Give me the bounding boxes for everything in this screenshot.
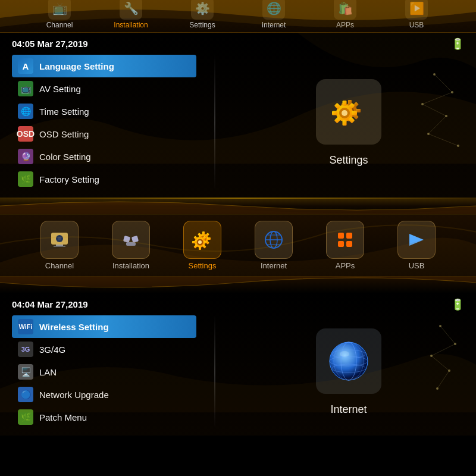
svg-point-31 — [342, 110, 347, 116]
wave-separator-1 — [0, 198, 476, 214]
top-partial-nav: 📺 Channel 🔧 Installation ⚙️ Settings 🌐 I… — [0, 0, 476, 33]
panel2-content: WiFi Wireless Setting 3G 3G/4G 🖥️ LAN 🔵 … — [12, 315, 464, 428]
top-nav-settings-label: Settings — [189, 21, 215, 29]
top-nav-usb-label: USB — [409, 21, 424, 29]
panel1-divider — [214, 55, 215, 190]
panel1-big-icon — [316, 79, 381, 145]
menu-item-osd[interactable]: OSD OSD Setting — [12, 123, 196, 145]
time-label: Time Setting — [39, 107, 89, 117]
svg-point-80 — [330, 342, 368, 380]
panel1-menu: A Language Setting 📺 AV Setting 🌐 Time S… — [12, 55, 196, 190]
menu-item-3g[interactable]: 3G 3G/4G — [12, 338, 196, 361]
language-icon: A — [18, 58, 33, 74]
patch-icon: 🌿 — [18, 409, 33, 425]
3g-icon: 3G — [18, 342, 33, 357]
top-nav-internet-label: Internet — [262, 21, 286, 29]
panel2-right-label: Internet — [330, 403, 367, 416]
panel2-battery-icon: 🔋 — [451, 298, 464, 311]
factory-icon: 🌿 — [18, 171, 33, 187]
language-label: Language Setting — [39, 61, 114, 71]
svg-rect-24 — [343, 120, 347, 126]
menu-item-wireless[interactable]: WiFi Wireless Setting — [12, 315, 196, 338]
top-nav-apps-label: APPs — [336, 21, 354, 29]
wave-separator-2 — [0, 277, 476, 293]
lan-icon: 🖥️ — [18, 364, 33, 380]
menu-item-color[interactable]: 🔮 Color Setting — [12, 145, 196, 168]
bottom-nav1-bg — [0, 215, 476, 277]
menu-item-av[interactable]: 📺 AV Setting — [12, 77, 196, 100]
panel1-content: A Language Setting 📺 AV Setting 🌐 Time S… — [12, 55, 464, 190]
menu-item-time[interactable]: 🌐 Time Setting — [12, 100, 196, 123]
apps-icon-top: 🛍️ — [334, 0, 356, 20]
menu-item-lan[interactable]: 🖥️ LAN — [12, 361, 196, 383]
wireless-icon: WiFi — [18, 319, 33, 334]
wave-sep-svg2 — [0, 277, 476, 293]
wireless-label: Wireless Setting — [39, 322, 109, 332]
time-icon: 🌐 — [18, 104, 33, 119]
panel2-right: Internet — [233, 315, 464, 428]
top-nav-internet[interactable]: 🌐 Internet — [238, 0, 309, 29]
panel2-divider — [214, 315, 215, 428]
internet-icon-top: 🌐 — [262, 0, 285, 20]
top-nav-channel-label: Channel — [46, 21, 73, 29]
settings-gear-icon — [325, 88, 372, 136]
panel2-menu: WiFi Wireless Setting 3G 3G/4G 🖥️ LAN 🔵 … — [12, 315, 196, 428]
bottom-nav-1: Channel Installation — [0, 214, 476, 277]
svg-point-86 — [340, 351, 349, 357]
panel1-battery-icon: 🔋 — [451, 37, 464, 51]
menu-item-patch[interactable]: 🌿 Patch Menu — [12, 406, 196, 428]
panel1-timestamp: 04:05 Mar 27,2019 — [12, 39, 464, 49]
internet-globe-icon — [325, 337, 372, 385]
top-nav-channel[interactable]: 📺 Channel — [24, 0, 95, 29]
wave-sep-svg1 — [0, 198, 476, 214]
top-nav-settings[interactable]: ⚙️ Settings — [167, 0, 238, 29]
osd-icon: OSD — [18, 126, 33, 142]
panel1-right-label: Settings — [329, 154, 368, 167]
installation-icon: 🔧 — [120, 0, 142, 20]
patch-label: Patch Menu — [39, 412, 87, 422]
top-nav-container: 📺 Channel 🔧 Installation ⚙️ Settings 🌐 I… — [0, 0, 476, 29]
panel1-right: Settings — [233, 55, 464, 190]
menu-item-upgrade[interactable]: 🔵 Network Upgrade — [12, 383, 196, 406]
menu-item-factory[interactable]: 🌿 Factory Setting — [12, 168, 196, 190]
top-nav-installation-label: Installation — [114, 21, 148, 29]
color-label: Color Setting — [39, 152, 91, 162]
svg-rect-25 — [332, 111, 337, 115]
panel2: 04:04 Mar 27,2019 🔋 WiFi Wireless Settin… — [0, 293, 476, 436]
3g-label: 3G/4G — [39, 345, 65, 355]
settings-icon-top: ⚙️ — [191, 0, 214, 20]
usb-icon-top: ▶️ — [405, 0, 428, 20]
av-label: AV Setting — [39, 84, 81, 94]
lan-label: LAN — [39, 367, 57, 377]
top-nav-usb[interactable]: ▶️ USB — [381, 0, 452, 29]
menu-item-language[interactable]: A Language Setting — [12, 55, 196, 77]
top-nav-apps[interactable]: 🛍️ APPs — [309, 0, 381, 29]
upgrade-label: Network Upgrade — [39, 390, 109, 400]
osd-label: OSD Setting — [39, 129, 89, 139]
upgrade-icon: 🔵 — [18, 387, 33, 402]
av-icon: 📺 — [18, 81, 33, 96]
panel2-big-icon — [316, 328, 381, 394]
factory-label: Factory Setting — [39, 174, 99, 184]
color-icon: 🔮 — [18, 149, 33, 164]
svg-rect-23 — [343, 101, 347, 106]
channel-icon: 📺 — [48, 0, 71, 20]
panel2-timestamp: 04:04 Mar 27,2019 — [12, 299, 464, 309]
panel1: 04:05 Mar 27,2019 🔋 A Language Setting 📺… — [0, 33, 476, 198]
svg-rect-26 — [352, 111, 357, 115]
top-nav-installation[interactable]: 🔧 Installation — [95, 0, 167, 29]
